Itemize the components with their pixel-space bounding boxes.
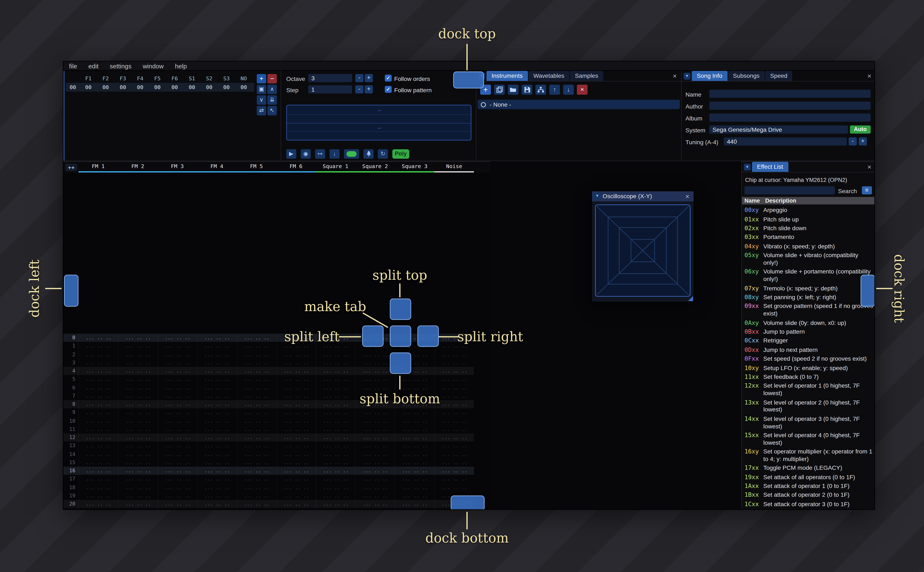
pattern-cell[interactable]: ... .. .. .... [276,350,316,359]
pattern-cell[interactable]: ... .. .. .... [276,500,316,508]
pattern-cell[interactable]: ... .. .. .... [355,367,395,375]
pattern-cell[interactable]: ... .. .. .... [118,417,157,425]
play-button[interactable]: ▶ [286,149,296,159]
pattern-cell[interactable]: ... .. .. .... [237,458,276,466]
effect-row[interactable]: 09xxSet groove pattern (speed 1 if no gr… [745,302,875,318]
channel-header-fm-3[interactable]: FM 3 [157,162,197,173]
pattern-cell[interactable]: ... .. .. .... [316,434,355,442]
pattern-cell[interactable]: ... .. .. .... [197,500,237,508]
pattern-cell[interactable]: ... .. .. .... [276,434,316,442]
follow-orders-checkbox[interactable]: ✓ [385,75,392,82]
pattern-cell[interactable]: ... .. .. .... [78,409,118,417]
pattern-cell[interactable]: ... .. .. .... [435,367,474,375]
pattern-cell[interactable]: ... .. .. .... [395,450,435,459]
hamburger-menu-icon[interactable]: ≡ [862,186,872,194]
pattern-cell[interactable]: ... .. .. .... [78,367,118,375]
pattern-cell[interactable]: ... .. .. .... [78,442,118,450]
pattern-cell[interactable]: ... .. .. .... [276,475,316,483]
pattern-cell[interactable]: ... .. .. .... [395,409,435,417]
pattern-cell[interactable]: ... .. .. .... [197,442,237,450]
pattern-cell[interactable]: ... .. .. .... [316,475,355,483]
pattern-cell[interactable]: ... .. .. .... [118,367,157,375]
pattern-cell[interactable]: ... .. .. .... [157,367,197,375]
pattern-cell[interactable]: ... .. .. .... [276,450,316,459]
channel-header-fm-4[interactable]: FM 4 [197,162,237,173]
pattern-cell[interactable]: ... .. .. .... [316,350,355,359]
channel-header-square-2[interactable]: Square 2 [355,162,395,173]
pattern-cell[interactable]: ... .. .. .... [157,392,197,400]
pattern-cell[interactable]: ... .. .. .... [118,500,157,508]
pattern-cell[interactable]: ... .. .. .... [157,434,197,442]
pattern-cell[interactable]: ... .. .. .... [355,375,395,384]
pattern-cell[interactable]: ... .. .. .... [157,466,197,475]
pattern-cell[interactable]: ... .. .. .... [355,475,395,483]
pattern-cell[interactable]: ... .. .. .... [237,466,276,475]
pattern-cell[interactable]: ... .. .. .... [157,400,197,409]
pattern-cell[interactable]: ... .. .. .... [118,425,157,434]
pattern-cell[interactable]: ... .. .. .... [395,508,435,510]
play-row-button[interactable]: ↦ [315,149,325,159]
repeat-pattern-button[interactable]: ↻ [378,149,388,159]
pattern-cell[interactable]: ... .. .. .... [118,342,157,350]
pattern-cell[interactable]: ... .. .. .... [78,450,118,459]
step-down-button[interactable]: ↓ [330,149,340,159]
instruments-tab-samples[interactable]: Samples [570,71,603,81]
resize-grip[interactable] [688,296,693,301]
songinfo-tab-song-info[interactable]: Song Info [692,71,727,81]
pattern-cell[interactable]: ... .. .. .... [237,334,276,342]
pattern-cell[interactable]: ... .. .. .... [435,458,474,466]
poly-mode-button[interactable]: Poly [392,149,409,159]
dock-left-target[interactable] [64,275,78,307]
pattern-cell[interactable]: ... .. .. .... [78,334,118,342]
collapse-arrow-icon[interactable]: ▼ [684,73,690,80]
menu-item-file[interactable]: file [63,61,83,71]
effect-list-tab[interactable]: Effect List [752,162,788,172]
pattern-cell[interactable]: ... .. .. .... [197,491,237,500]
effect-row[interactable]: 04xyVibrato (x: speed; y: depth) [745,242,875,251]
pattern-cell[interactable]: ... .. .. .... [118,359,157,367]
pattern-cell[interactable]: ... .. .. .... [276,400,316,409]
pattern-cell[interactable]: ... .. .. .... [355,359,395,367]
pattern-cell[interactable]: ... .. .. .... [355,508,395,510]
pattern-cell[interactable]: ... .. .. .... [118,483,157,492]
step-input[interactable]: 1 [308,85,352,93]
author-input[interactable] [709,102,871,110]
pattern-cell[interactable]: ... .. .. .... [157,425,197,434]
oscilloscope-window[interactable]: ▼ Oscilloscope (X-Y) × [591,191,694,302]
pattern-cell[interactable]: ... .. .. .... [157,500,197,508]
pattern-cell[interactable]: ... .. .. .... [316,491,355,500]
pattern-cell[interactable]: ... .. .. .... [316,384,355,392]
pattern-cell[interactable]: ... .. .. .... [237,392,276,400]
instruments-tab-wavetables[interactable]: Wavetables [528,71,569,81]
pattern-cell[interactable]: ... .. .. .... [237,375,276,384]
pattern-cell[interactable]: ... .. .. .... [157,375,197,384]
pattern-cell[interactable]: ... .. .. .... [157,359,197,367]
effect-row[interactable]: 05xyVolume slide + vibrato (compatibilit… [745,251,875,267]
pattern-cell[interactable]: ... .. .. .... [316,400,355,409]
oscilloscope-titlebar[interactable]: ▼ Oscilloscope (X-Y) × [592,191,693,201]
instruments-tab-instruments[interactable]: Instruments [486,71,528,81]
pattern-cell[interactable]: ... .. .. .... [237,442,276,450]
pattern-cell[interactable]: ... .. .. .... [395,458,435,466]
pattern-cell[interactable]: ... .. .. .... [355,384,395,392]
pattern-cell[interactable]: ... .. .. .... [237,475,276,483]
menu-item-window[interactable]: window [137,61,169,71]
pattern-cell[interactable]: ... .. .. .... [118,491,157,500]
pattern-cell[interactable]: ... .. .. .... [237,450,276,459]
menu-item-help[interactable]: help [169,61,193,71]
split-right-target[interactable] [418,325,439,347]
pattern-cell[interactable]: ... .. .. .... [118,442,157,450]
pattern-cell[interactable]: ... .. .. .... [157,384,197,392]
step-increase-button[interactable]: + [365,85,373,93]
orders-cell[interactable]: 00 [97,84,114,90]
save-instrument-button[interactable] [522,85,532,95]
pattern-cell[interactable]: ... .. .. .... [435,442,474,450]
pattern-cell[interactable]: ... .. .. .... [316,392,355,400]
pattern-cell[interactable]: ... .. .. .... [118,508,157,510]
pattern-cell[interactable]: ... .. .. .... [118,450,157,459]
name-input[interactable] [709,90,871,98]
pattern-cell[interactable]: ... .. .. .... [237,359,276,367]
album-input[interactable] [709,113,871,122]
effect-row[interactable]: 01xxPitch slide up [745,215,875,224]
pattern-cell[interactable]: ... .. .. .... [197,417,237,425]
